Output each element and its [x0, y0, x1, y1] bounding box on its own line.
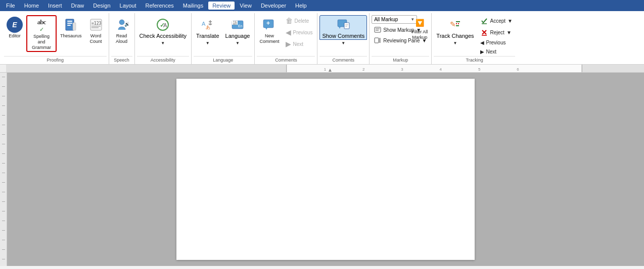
menu-file[interactable]: File [2, 2, 19, 10]
menu-review[interactable]: Review [208, 2, 235, 10]
svg-text:A: A [163, 22, 167, 28]
margin-tick [2, 77, 5, 77]
menu-bar: File Home Insert Draw Design Layout Refe… [0, 0, 644, 11]
menu-home[interactable]: Home [20, 2, 43, 10]
previous-change-button[interactable]: ◀ Previous [478, 38, 515, 47]
check-accessibility-dropdown[interactable]: ▼ [154, 40, 172, 47]
word-count-label: Word Count [90, 33, 102, 44]
proofing-group-label: Proofing [4, 56, 107, 64]
check-accessibility-chevron-icon: ▼ [161, 41, 165, 45]
accessibility-buttons: ✓A Check Accessibility ▼ [137, 13, 190, 56]
show-comments-dropdown[interactable]: ▼ [334, 40, 352, 47]
track-changes-button[interactable]: ✎ Track Changes [434, 15, 476, 40]
svg-text:=123: =123 [91, 21, 101, 26]
language-dropdown[interactable]: ▼ [228, 40, 247, 47]
document-scroll [7, 73, 644, 266]
new-comment-button[interactable]: + New Comment [257, 15, 282, 46]
translate-split[interactable]: Aあ Translate ▼ [194, 15, 221, 47]
delete-comment-button[interactable]: 🗑 Delete [283, 15, 315, 26]
delete-icon: 🗑 [286, 17, 293, 25]
track-changes-icon: ✎ [447, 17, 463, 33]
markup-buttons: All Markup ▼ Show Markup ▼ Reviewing Pan… [372, 13, 429, 56]
svg-rect-1 [67, 21, 72, 22]
margin-tick [2, 259, 5, 259]
svg-text:2: 2 [362, 67, 364, 71]
language-button[interactable]: 語En Language [223, 15, 253, 40]
svg-rect-28 [375, 27, 381, 32]
language-split[interactable]: 語En Language ▼ [223, 15, 253, 47]
menu-developer[interactable]: Developer [257, 2, 290, 10]
check-accessibility-split[interactable]: ✓A Check Accessibility ▼ [137, 15, 190, 47]
menu-layout[interactable]: Layout [116, 2, 141, 10]
margin-tick [2, 173, 5, 173]
margin-tick [2, 249, 5, 250]
translate-button[interactable]: Aあ Translate [194, 15, 221, 40]
ribbon-group-markup: All Markup ▼ Show Markup ▼ Reviewing Pan… [370, 13, 432, 64]
ribbon: E Editor abc ✓ Spelling and Grammar Thes… [0, 11, 644, 65]
proofing-buttons: E Editor abc ✓ Spelling and Grammar Thes… [4, 13, 107, 56]
svg-text:1: 1 [324, 67, 327, 71]
filter-all-markup-button[interactable]: 🔽 Filter All Markup [410, 15, 429, 42]
menu-references[interactable]: References [142, 2, 178, 10]
svg-text:✎: ✎ [450, 20, 456, 28]
word-count-button[interactable]: =123 Word Count [85, 15, 107, 46]
document-page[interactable] [176, 79, 475, 260]
show-comments-buttons: Show Comments ▼ [319, 13, 367, 56]
margin-tick [2, 105, 5, 106]
next-comment-button[interactable]: ▶ Next [283, 38, 315, 49]
svg-text:あ: あ [206, 25, 210, 30]
show-comments-icon [335, 17, 351, 33]
read-aloud-button[interactable]: 🔊 Read Aloud [111, 15, 132, 46]
svg-rect-4 [73, 23, 76, 30]
menu-design[interactable]: Design [89, 2, 114, 10]
next-comment-label: Next [293, 41, 304, 47]
ribbon-group-comments: + New Comment 🗑 Delete ◀ Previous ▶ Next [255, 13, 317, 64]
ribbon-group-tracking: ✎ Track Changes ▼ Accept ▼ Reject [432, 13, 517, 64]
menu-insert[interactable]: Insert [44, 2, 66, 10]
accessibility-group-label: Accessibility [137, 56, 190, 64]
next-change-button[interactable]: ▶ Next [478, 47, 515, 56]
svg-rect-31 [375, 38, 379, 43]
thesaurus-button[interactable]: Thesaurus [58, 15, 84, 40]
menu-draw[interactable]: Draw [67, 2, 88, 10]
reject-button[interactable]: Reject ▼ [478, 27, 515, 38]
track-changes-dropdown[interactable]: ▼ [446, 40, 464, 47]
margin-tick [2, 211, 5, 211]
speech-group-label: Speech [111, 56, 132, 64]
previous-comment-button[interactable]: ◀ Previous [283, 27, 315, 38]
accept-button[interactable]: Accept ▼ [478, 15, 515, 26]
margin-tick [2, 134, 5, 135]
svg-rect-32 [379, 38, 381, 43]
menu-help[interactable]: Help [291, 2, 311, 10]
show-comments-button[interactable]: Show Comments [319, 15, 367, 40]
margin-tick [2, 115, 5, 116]
svg-text:3: 3 [401, 67, 403, 71]
language-group-label: Language [194, 56, 252, 64]
margin-tick [2, 230, 5, 231]
show-comments-split[interactable]: Show Comments ▼ [319, 15, 367, 47]
margin-tick [2, 201, 5, 202]
document-area [0, 73, 644, 266]
track-changes-split[interactable]: ✎ Track Changes ▼ [434, 15, 476, 47]
check-accessibility-button[interactable]: ✓A Check Accessibility [137, 15, 190, 40]
svg-point-9 [119, 20, 124, 25]
margin-tick [2, 86, 5, 87]
svg-text:+: + [266, 20, 270, 27]
editor-button[interactable]: E Editor [4, 15, 25, 40]
editor-label: Editor [9, 33, 21, 39]
previous-change-label: Previous [486, 40, 506, 45]
spelling-grammar-button[interactable]: abc ✓ Spelling and Grammar [26, 15, 57, 52]
svg-rect-7 [91, 26, 101, 27]
margin-tick [2, 153, 5, 154]
ribbon-group-speech: 🔊 Read Aloud Speech [109, 13, 135, 64]
read-aloud-icon: 🔊 [114, 17, 130, 33]
translate-dropdown[interactable]: ▼ [199, 40, 217, 47]
menu-view[interactable]: View [236, 2, 256, 10]
accept-reject-group: Accept ▼ Reject ▼ ◀ Previous ▶ Next [478, 15, 515, 56]
svg-marker-21 [265, 28, 267, 30]
margin-tick [2, 192, 5, 192]
menu-mailings[interactable]: Mailings [179, 2, 207, 10]
read-aloud-label: Read Aloud [116, 33, 127, 44]
svg-rect-41 [582, 65, 644, 72]
markup-group-label: Markup [372, 56, 429, 64]
